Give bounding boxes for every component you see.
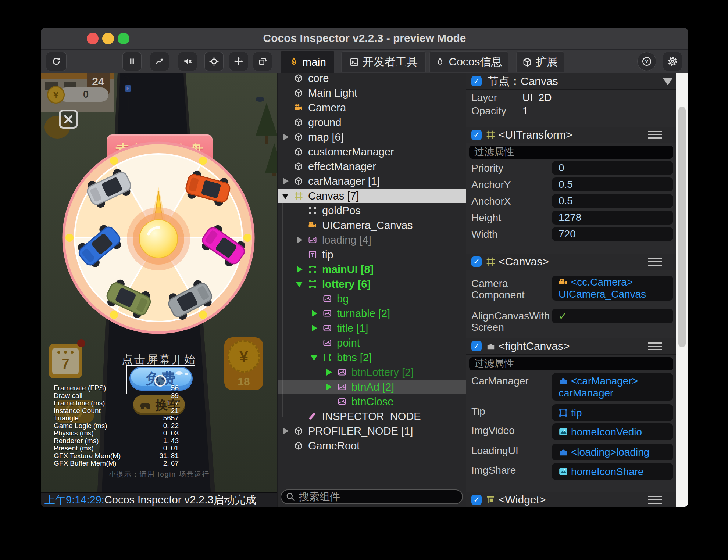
imgshare-row: ImgSharehomeIconShare [466, 463, 676, 480]
menu-icon[interactable] [648, 340, 662, 352]
tree-node-ground[interactable]: ground [278, 115, 466, 130]
tree-node-btnAd[interactable]: btnAd [2] [278, 380, 466, 394]
reference-link[interactable]: homeIconShare [571, 466, 644, 478]
node-enabled-checkbox[interactable]: ✓ [471, 76, 482, 86]
tree-node-PROFILER_NODE[interactable]: PROFILER_NODE [1] [278, 424, 466, 438]
menu-icon[interactable] [648, 129, 662, 141]
chevron-down-icon[interactable] [282, 194, 289, 199]
close-button[interactable] [59, 110, 78, 129]
uitransform-enabled-checkbox[interactable]: ✓ [471, 130, 482, 140]
chevron-right-icon[interactable] [283, 178, 289, 184]
chevron-down-icon[interactable] [296, 282, 303, 287]
tree-node-btns[interactable]: btns [2] [278, 350, 466, 365]
tree-node-goldPos[interactable]: goldPos [278, 203, 466, 218]
property-reference[interactable]: <cc.Camera>UICamera_Canvas [552, 276, 673, 301]
tree-node-customerManager[interactable]: customerManager [278, 144, 466, 159]
filter-input[interactable]: 过滤属性 [469, 146, 673, 159]
game-preview[interactable]: 24 P 0 ¥ 7 [41, 73, 278, 507]
tree-node-mainUI[interactable]: mainUI [8] [278, 262, 466, 277]
tab-cocos-info[interactable]: Cocos信息 [429, 51, 508, 72]
help-button[interactable]: ? [637, 52, 656, 71]
reference-link[interactable]: <loading>loading [571, 446, 649, 458]
tree-node-INSPECTOR–NODE[interactable]: INSPECTOR–NODE [278, 409, 466, 424]
property-reference[interactable]: homeIconVedio [552, 423, 673, 440]
fightcanvas-enabled-checkbox[interactable]: ✓ [471, 341, 482, 351]
tree-node-btnLottery[interactable]: btnLottery [2] [278, 365, 466, 380]
tree-node-UICamera_Canvas[interactable]: UICamera_Canvas [278, 218, 466, 233]
refresh-button[interactable] [46, 52, 67, 71]
tree-node-tip[interactable]: Ttip [278, 247, 466, 262]
tree-node-btnClose[interactable]: btnClose [278, 394, 466, 409]
tree-node-Canvas[interactable]: Canvas [7] [278, 189, 466, 203]
tree-node-bg[interactable]: bg [278, 291, 466, 306]
filter-input[interactable]: 过滤属性 [469, 357, 673, 370]
chevron-right-icon[interactable] [326, 369, 332, 376]
tree-node-lottery[interactable]: lottery [6] [278, 277, 466, 291]
scrollbar-track[interactable] [676, 73, 688, 507]
reference-link[interactable]: UICamera_Canvas [559, 288, 646, 300]
tree-node-loading[interactable]: loading [4] [278, 233, 466, 247]
check-icon: ✓ [559, 310, 673, 322]
property-input[interactable]: 0 [552, 161, 673, 175]
target-button[interactable] [204, 52, 224, 71]
canvas-enabled-checkbox[interactable]: ✓ [471, 256, 482, 267]
widget-header[interactable]: ✓ <Widget> [466, 492, 676, 507]
reference-link[interactable]: tip [571, 407, 582, 419]
tree-node-Camera[interactable]: Camera [278, 100, 466, 115]
widget-enabled-checkbox[interactable]: ✓ [471, 495, 482, 505]
chevron-right-icon[interactable] [283, 134, 289, 140]
menu-icon[interactable] [648, 494, 662, 506]
lottery-wheel[interactable] [61, 140, 256, 335]
property-reference[interactable]: tip [552, 404, 673, 421]
property-input[interactable]: 1278 [552, 211, 673, 225]
property-input[interactable]: 0.5 [552, 194, 673, 208]
property-input[interactable]: 0.5 [552, 177, 673, 191]
rotate-button[interactable] [253, 52, 272, 71]
tab-devtools[interactable]: 开发者工具 [341, 51, 426, 72]
tree-node-map[interactable]: map [6] [278, 130, 466, 144]
stats-button[interactable] [150, 52, 169, 71]
reference-link[interactable]: carManager [559, 387, 613, 399]
reference-link[interactable]: homeIconVedio [571, 426, 642, 438]
collapse-arrow-icon[interactable] [663, 78, 672, 85]
tree-node-carManager[interactable]: carManager [1] [278, 174, 466, 189]
tree-node-title[interactable]: title [1] [278, 321, 466, 335]
chevron-right-icon[interactable] [297, 266, 303, 273]
property-checkbox[interactable]: ✓ [552, 309, 673, 323]
tree-node-core[interactable]: core [278, 73, 466, 86]
tree-node-effectManager[interactable]: effectManager [278, 159, 466, 174]
chevron-right-icon[interactable] [283, 428, 289, 434]
property-reference[interactable]: homeIconShare [552, 463, 673, 480]
mute-button[interactable] [178, 52, 197, 71]
fightcanvas-header[interactable]: ✓ <fightCanvas> [466, 338, 676, 355]
property-input[interactable]: 720 [552, 227, 673, 241]
uitransform-header[interactable]: ✓ <UITransform> [466, 127, 676, 143]
tab-extensions[interactable]: 扩展 [516, 51, 564, 72]
reference-link[interactable]: <cc.Camera> [571, 276, 633, 288]
frame-green-icon [323, 353, 332, 362]
refresh-icon [51, 57, 61, 66]
chevron-right-icon[interactable] [297, 237, 303, 243]
property-reference[interactable]: <loading>loading [552, 444, 673, 460]
menu-icon[interactable] [648, 256, 662, 268]
chevron-right-icon[interactable] [326, 384, 332, 390]
chevron-right-icon[interactable] [312, 325, 317, 331]
tree-node-Main Light[interactable]: Main Light [278, 86, 466, 100]
property-reference[interactable]: <carManager>carManager [552, 373, 673, 401]
tree-node-label: title [1] [337, 322, 368, 334]
tree-node-point[interactable]: point [278, 335, 466, 350]
scrollbar-thumb[interactable] [678, 107, 686, 347]
stat-label: GFX Texture Mem(M) [54, 452, 121, 460]
component-search-input[interactable]: 搜索组件 [281, 489, 463, 504]
chevron-down-icon[interactable] [311, 355, 317, 361]
canvas-header[interactable]: ✓ <Canvas> [466, 254, 676, 270]
pause-button[interactable] [122, 52, 142, 71]
tree-node-GameRoot[interactable]: GameRoot [278, 438, 466, 453]
tab-main[interactable]: main [281, 51, 334, 73]
settings-button[interactable] [663, 52, 682, 71]
chevron-right-icon[interactable] [312, 310, 317, 317]
move-button[interactable] [229, 52, 248, 71]
property-label: AnchorX [471, 195, 550, 207]
tree-node-turnable[interactable]: turnable [2] [278, 306, 466, 321]
reference-link[interactable]: <carManager> [571, 375, 638, 387]
